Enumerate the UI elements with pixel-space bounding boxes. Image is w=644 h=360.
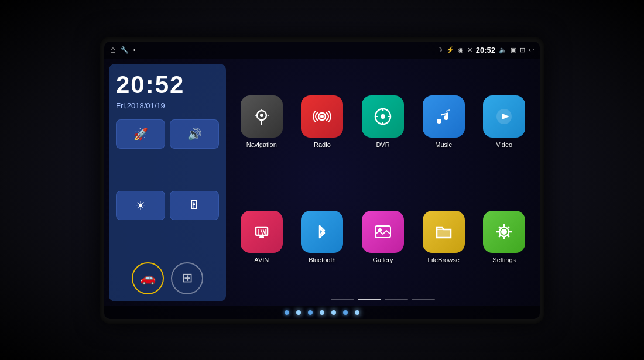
quick-controls: 🚀 🔊 ☀ 🎚 — [116, 119, 219, 258]
video-label: Video — [496, 141, 512, 148]
app-radio[interactable]: Radio — [295, 67, 350, 177]
status-bar: ⌂ 🔧 • ☽ ⚡ ◉ ✕ 20:52 🔈 ▣ ⊡ ↩ — [104, 42, 540, 59]
car-button[interactable]: 🚗 — [132, 262, 164, 294]
app-navigation[interactable]: Navigation — [234, 67, 289, 177]
led-1 — [285, 310, 289, 315]
gallery-icon-bg — [362, 211, 404, 253]
status-time: 20:52 — [476, 46, 495, 54]
bottom-controls: 🚗 ⊞ — [116, 262, 219, 294]
bluetooth-label: Bluetooth — [309, 256, 335, 263]
launch-button[interactable]: 🚀 — [116, 119, 165, 149]
dvr-icon-bg — [362, 95, 404, 138]
settings-label: Settings — [492, 256, 516, 263]
left-panel: 20:52 Fri,2018/01/19 🚀 🔊 ☀ 🎚 🚗 ⊞ — [109, 64, 226, 301]
volume-button[interactable]: 🔊 — [170, 119, 219, 149]
music-label: Music — [435, 141, 452, 148]
led-7 — [355, 310, 359, 315]
filebrowse-label: FileBrowse — [427, 256, 459, 263]
app-bluetooth[interactable]: Bluetooth — [295, 183, 350, 292]
app-video[interactable]: Video — [477, 67, 532, 177]
back-icon[interactable]: ↩ — [529, 46, 534, 54]
svg-point-3 — [320, 115, 324, 118]
app-filebrowse[interactable]: FileBrowse — [416, 183, 471, 292]
launcher-icon: 🔧 — [121, 46, 129, 54]
page-dot-3[interactable] — [385, 299, 408, 300]
status-bar-right: ☽ ⚡ ◉ ✕ 20:52 🔈 ▣ ⊡ ↩ — [437, 46, 534, 54]
app-dvr[interactable]: DVR — [355, 67, 410, 177]
led-6 — [343, 310, 348, 315]
gallery-label: Gallery — [373, 256, 393, 263]
dvr-label: DVR — [376, 141, 389, 148]
signal-icon: ✕ — [467, 46, 472, 54]
page-dot-1[interactable] — [331, 299, 354, 300]
apps-button[interactable]: ⊞ — [171, 262, 203, 294]
brightness-button[interactable]: ☀ — [116, 191, 165, 220]
led-2 — [296, 310, 301, 315]
svg-point-1 — [260, 114, 263, 117]
car-frame: ⌂ 🔧 • ☽ ⚡ ◉ ✕ 20:52 🔈 ▣ ⊡ ↩ — [0, 0, 644, 360]
window-icon: ⊡ — [520, 46, 525, 54]
moon-icon: ☽ — [437, 46, 443, 54]
notification-dot: • — [133, 46, 136, 53]
led-strip — [104, 306, 540, 319]
avin-label: AVIN — [254, 256, 269, 263]
status-bar-left: ⌂ 🔧 • — [110, 44, 136, 55]
page-dot-2[interactable] — [358, 299, 381, 300]
bluetooth-status-icon: ⚡ — [446, 46, 454, 54]
display-icon: ▣ — [511, 46, 516, 54]
page-dot-4[interactable] — [412, 299, 435, 300]
navigation-label: Navigation — [246, 141, 277, 148]
bluetooth-icon-bg — [301, 211, 343, 253]
led-5 — [331, 310, 336, 315]
location-icon: ◉ — [458, 46, 464, 54]
screen-bezel: ⌂ 🔧 • ☽ ⚡ ◉ ✕ 20:52 🔈 ▣ ⊡ ↩ — [100, 37, 544, 324]
volume-icon: 🔈 — [499, 46, 507, 54]
navigation-icon-bg — [241, 95, 283, 138]
app-avin[interactable]: AVIN — [234, 183, 289, 292]
music-icon-bg — [423, 95, 465, 138]
app-grid: Navigation Radio — [231, 64, 535, 296]
screen: ⌂ 🔧 • ☽ ⚡ ◉ ✕ 20:52 🔈 ▣ ⊡ ↩ — [104, 42, 540, 319]
page-indicators — [231, 296, 535, 301]
date-display: Fri,2018/01/19 — [116, 101, 219, 110]
app-gallery[interactable]: Gallery — [355, 183, 410, 292]
radio-label: Radio — [314, 141, 331, 148]
led-4 — [320, 310, 324, 315]
svg-point-5 — [381, 114, 385, 119]
equalizer-button[interactable]: 🎚 — [170, 191, 219, 220]
led-3 — [308, 310, 313, 315]
main-content: 20:52 Fri,2018/01/19 🚀 🔊 ☀ 🎚 🚗 ⊞ — [104, 59, 540, 306]
settings-icon-bg — [483, 211, 525, 253]
home-icon[interactable]: ⌂ — [110, 44, 116, 55]
app-music[interactable]: Music — [416, 67, 471, 177]
app-settings[interactable]: Settings — [477, 183, 532, 292]
svg-rect-9 — [259, 236, 264, 238]
svg-point-12 — [501, 229, 507, 235]
app-grid-container: Navigation Radio — [231, 64, 535, 301]
video-icon-bg — [483, 95, 525, 138]
avin-icon-bg — [241, 211, 283, 253]
radio-icon-bg — [301, 95, 343, 138]
filebrowse-icon-bg — [423, 211, 465, 253]
clock-display: 20:52 — [116, 71, 219, 99]
